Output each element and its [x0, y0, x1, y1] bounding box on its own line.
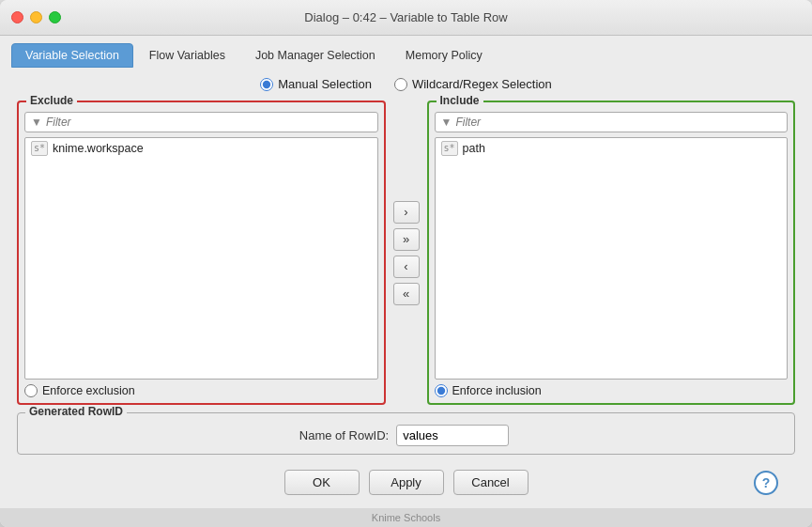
- enforce-exclusion-radio[interactable]: [24, 384, 38, 397]
- exclude-legend: Exclude: [26, 94, 77, 107]
- tab-memory-policy[interactable]: Memory Policy: [391, 43, 497, 68]
- include-enforce-row: Enforce inclusion: [435, 384, 789, 397]
- footer: OK Apply Cancel ?: [17, 462, 795, 499]
- move-right-button[interactable]: ›: [393, 201, 420, 224]
- include-legend: Include: [437, 94, 483, 107]
- rowid-row: Name of RowID:: [25, 425, 783, 446]
- tab-job-manager-selection[interactable]: Job Manager Selection: [241, 43, 390, 68]
- cancel-button[interactable]: Cancel: [453, 470, 529, 495]
- rowid-legend: Generated RowID: [25, 405, 127, 418]
- main-window: Dialog – 0:42 – Variable to Table Row Va…: [0, 0, 812, 527]
- maximize-button[interactable]: [49, 11, 61, 23]
- move-left-button[interactable]: ‹: [393, 256, 420, 278]
- main-content: Manual Selection Wildcard/Regex Selectio…: [0, 68, 812, 508]
- exclude-filter-row: ▼: [24, 112, 378, 132]
- item-icon: s*: [31, 141, 48, 156]
- enforce-inclusion-radio[interactable]: [435, 384, 448, 397]
- move-all-right-button[interactable]: »: [393, 228, 420, 251]
- include-filter-icon: ▼: [441, 116, 452, 129]
- tabbar: Variable Selection Flow Variables Job Ma…: [0, 36, 812, 68]
- exclude-panel: Exclude ▼ s* knime.workspace Enforce exc…: [17, 101, 386, 405]
- enforce-inclusion-label: Enforce inclusion: [452, 384, 542, 397]
- include-list[interactable]: s* path: [435, 137, 789, 380]
- tab-flow-variables[interactable]: Flow Variables: [135, 43, 239, 68]
- manual-selection-input[interactable]: [260, 78, 273, 91]
- help-button[interactable]: ?: [754, 471, 778, 495]
- tab-variable-selection[interactable]: Variable Selection: [11, 43, 133, 68]
- rowid-label: Name of RowID:: [299, 428, 389, 442]
- columns-area: Exclude ▼ s* knime.workspace Enforce exc…: [17, 101, 795, 405]
- bottom-bar: Knime Schools: [0, 508, 812, 527]
- enforce-exclusion-label: Enforce exclusion: [42, 384, 135, 397]
- bottom-bar-text: Knime Schools: [372, 512, 440, 523]
- arrow-buttons: › » ‹ «: [386, 101, 427, 405]
- ok-button[interactable]: OK: [284, 470, 360, 495]
- include-panel: Include ▼ s* path Enforce inclusion: [427, 101, 796, 405]
- exclude-filter-icon: ▼: [31, 116, 42, 129]
- minimize-button[interactable]: [30, 11, 42, 23]
- wildcard-selection-input[interactable]: [394, 78, 407, 91]
- window-title: Dialog – 0:42 – Variable to Table Row: [304, 10, 507, 24]
- move-all-left-button[interactable]: «: [393, 283, 420, 305]
- list-item[interactable]: s* knime.workspace: [25, 138, 377, 159]
- exclude-filter-input[interactable]: [46, 116, 372, 129]
- item-label: path: [463, 142, 485, 155]
- traffic-lights: [11, 11, 61, 23]
- titlebar: Dialog – 0:42 – Variable to Table Row: [0, 0, 812, 36]
- wildcard-selection-label: Wildcard/Regex Selection: [412, 77, 552, 91]
- close-button[interactable]: [11, 11, 23, 23]
- rowid-input[interactable]: [396, 425, 509, 446]
- exclude-enforce-row: Enforce exclusion: [24, 384, 378, 397]
- item-label: knime.workspace: [53, 142, 144, 155]
- wildcard-selection-radio[interactable]: Wildcard/Regex Selection: [394, 77, 552, 91]
- rowid-section: Generated RowID Name of RowID:: [17, 412, 795, 455]
- include-filter-row: ▼: [435, 112, 789, 132]
- manual-selection-label: Manual Selection: [278, 77, 372, 91]
- apply-button[interactable]: Apply: [369, 470, 444, 495]
- list-item[interactable]: s* path: [436, 138, 788, 159]
- include-filter-input[interactable]: [455, 116, 781, 129]
- manual-selection-radio[interactable]: Manual Selection: [260, 77, 372, 91]
- item-icon: s*: [441, 141, 458, 156]
- exclude-list[interactable]: s* knime.workspace: [24, 137, 378, 380]
- selection-mode-row: Manual Selection Wildcard/Regex Selectio…: [17, 77, 795, 91]
